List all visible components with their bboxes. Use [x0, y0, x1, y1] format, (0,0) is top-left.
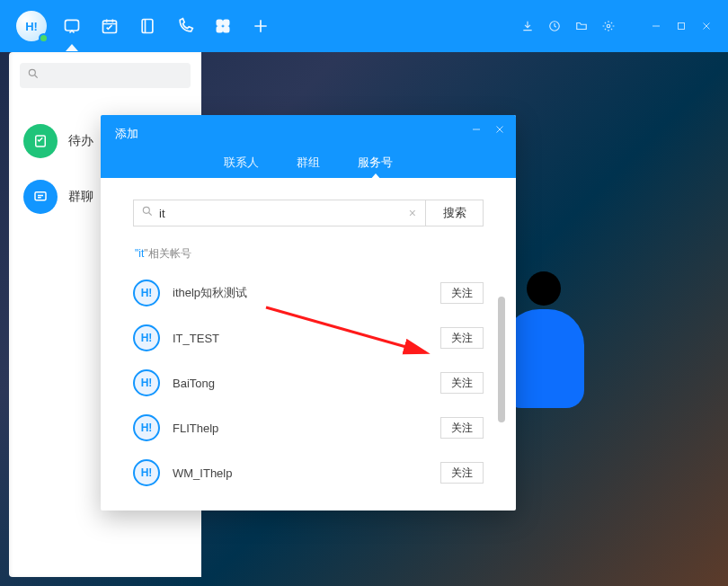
todo-icon	[23, 124, 58, 158]
groupchat-icon	[23, 180, 58, 214]
download-icon[interactable]	[521, 20, 534, 32]
follow-button[interactable]: 关注	[440, 462, 484, 484]
result-item[interactable]: H! BaiTong 关注	[133, 360, 484, 405]
tab-label: 联系人	[224, 155, 259, 169]
svg-rect-9	[679, 23, 685, 30]
history-icon[interactable]	[548, 20, 561, 32]
apps-icon[interactable]	[214, 17, 232, 35]
chat-icon[interactable]	[63, 17, 81, 35]
svg-rect-3	[217, 20, 222, 25]
result-name: BaiTong	[173, 377, 440, 390]
service-account-icon: H!	[133, 459, 160, 486]
result-item[interactable]: H! IT_TEST 关注	[133, 315, 484, 360]
follow-button[interactable]: 关注	[440, 372, 484, 394]
svg-point-10	[29, 69, 35, 75]
add-dialog: 添加 联系人 群组 服务号 × 搜索 "it"相关帐号	[101, 115, 516, 511]
svg-rect-4	[224, 20, 229, 25]
result-item[interactable]: H! FLIThelp 关注	[133, 405, 484, 450]
sidebar-item-label: 群聊	[68, 189, 93, 205]
svg-rect-11	[36, 136, 46, 146]
follow-button[interactable]: 关注	[440, 417, 484, 439]
results-scrollbar[interactable]	[498, 297, 505, 422]
service-account-icon: H!	[133, 369, 160, 396]
tab-contacts[interactable]: 联系人	[224, 155, 259, 180]
result-item[interactable]: H! WM_IThelp 关注	[133, 450, 484, 486]
service-account-icon: H!	[133, 280, 160, 306]
plus-icon[interactable]	[252, 17, 270, 35]
service-account-icon: H!	[133, 414, 160, 441]
svg-rect-2	[142, 20, 153, 33]
status-online-icon	[39, 33, 49, 43]
tab-groups[interactable]: 群组	[297, 155, 320, 180]
result-item[interactable]: H! ithelp知秋测试 关注	[133, 271, 484, 315]
titlebar: H!	[0, 0, 728, 52]
result-name: WM_IThelp	[173, 466, 440, 480]
follow-button[interactable]: 关注	[440, 282, 484, 304]
dialog-search-input[interactable]	[159, 207, 402, 220]
tab-label: 服务号	[358, 155, 393, 169]
window-minimize-icon[interactable]	[651, 21, 661, 31]
dialog-body: × 搜索 "it"相关帐号 H! ithelp知秋测试 关注 H! IT_TES…	[101, 178, 516, 511]
dialog-window-controls	[471, 124, 505, 135]
svg-rect-6	[224, 27, 229, 32]
results-list: H! ithelp知秋测试 关注 H! IT_TEST 关注 H! BaiTon…	[133, 271, 484, 486]
calendar-icon[interactable]	[101, 17, 119, 35]
titlebar-nav-icons	[63, 17, 270, 35]
search-button[interactable]: 搜索	[426, 200, 484, 226]
service-account-icon: H!	[133, 324, 160, 351]
dialog-close-icon[interactable]	[494, 124, 505, 135]
window-close-icon[interactable]	[701, 21, 712, 31]
dialog-minimize-icon[interactable]	[471, 124, 482, 135]
user-avatar[interactable]: H!	[16, 11, 47, 41]
app-window: H!	[0, 0, 728, 586]
clear-input-icon[interactable]: ×	[407, 206, 418, 220]
dialog-search-input-wrap: ×	[133, 200, 426, 226]
dialog-search-row: × 搜索	[133, 200, 484, 226]
svg-rect-0	[66, 20, 79, 31]
svg-point-13	[143, 207, 149, 213]
titlebar-right	[521, 20, 712, 32]
phone-icon[interactable]	[176, 17, 194, 35]
tab-service-accounts[interactable]: 服务号	[358, 155, 393, 180]
avatar-text: H!	[25, 20, 38, 33]
svg-point-8	[607, 24, 610, 28]
settings-icon[interactable]	[602, 20, 615, 32]
tab-label: 群组	[297, 155, 320, 169]
dialog-tabs: 联系人 群组 服务号	[115, 155, 502, 180]
sidebar-search[interactable]	[20, 63, 191, 88]
dialog-title: 添加	[115, 126, 502, 142]
active-tab-caret-icon	[66, 44, 78, 51]
window-maximize-icon[interactable]	[676, 21, 687, 31]
folder-icon[interactable]	[575, 20, 588, 32]
result-name: ithelp知秋测试	[173, 285, 440, 301]
sidebar-item-label: 待办	[68, 133, 93, 149]
result-name: IT_TEST	[173, 332, 440, 345]
svg-rect-5	[217, 27, 222, 32]
notebook-icon[interactable]	[138, 17, 156, 35]
search-icon	[27, 67, 40, 84]
result-name: FLIThelp	[173, 422, 440, 435]
dialog-header: 添加 联系人 群组 服务号	[101, 115, 516, 178]
search-icon	[141, 205, 154, 221]
follow-button[interactable]: 关注	[440, 327, 484, 349]
results-hint: "it"相关帐号	[135, 246, 484, 262]
